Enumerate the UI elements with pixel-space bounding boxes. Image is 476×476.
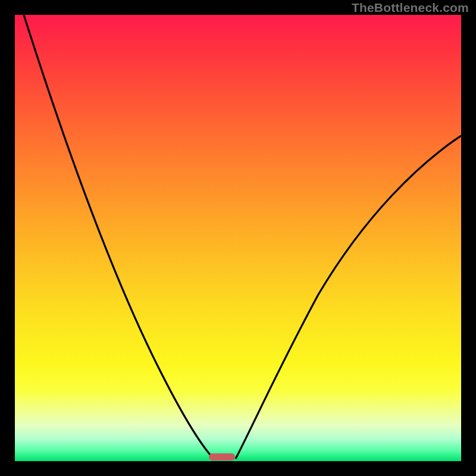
- curve-left-branch: [24, 15, 214, 459]
- plot-area: [15, 15, 461, 461]
- bottleneck-marker: [209, 453, 235, 461]
- attribution-text: TheBottleneck.com: [352, 1, 469, 15]
- curve-right-branch: [236, 136, 461, 459]
- bottleneck-curve: [15, 15, 461, 461]
- chart-frame: TheBottleneck.com: [0, 0, 476, 476]
